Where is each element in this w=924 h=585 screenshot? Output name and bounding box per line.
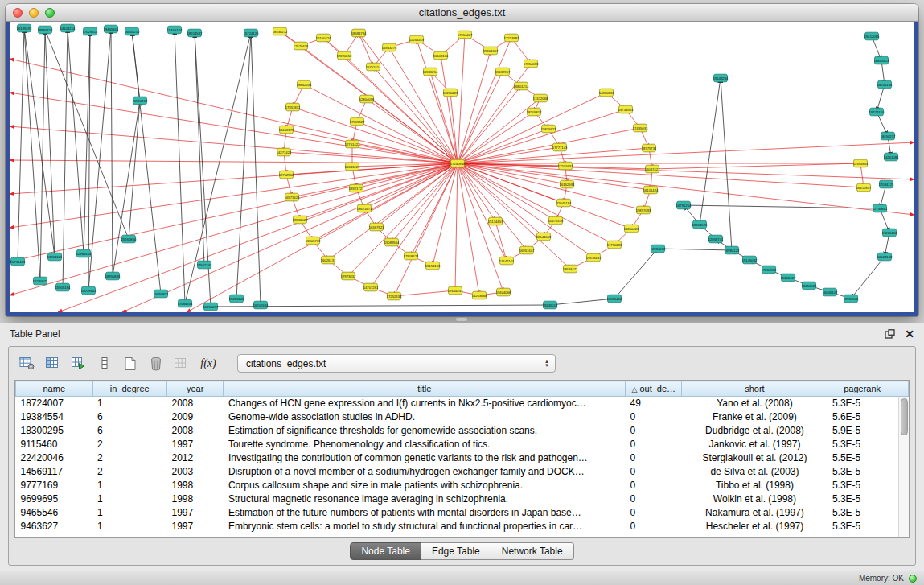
graph-node[interactable]: 11254419 [409,35,425,43]
graph-edge[interactable] [359,33,373,67]
graph-edge[interactable] [286,130,458,163]
graph-node[interactable]: 19321727 [349,184,364,192]
graph-edge[interactable] [550,299,614,305]
graph-node[interactable]: 10731453 [10,257,26,266]
table-settings-icon[interactable] [16,353,38,373]
close-panel-icon[interactable]: ✕ [905,329,914,339]
graph-node[interactable]: 19806713 [306,237,321,245]
graph-edge[interactable] [458,163,651,190]
cell-name[interactable]: 9115460 [16,438,93,451]
graph-node[interactable]: 16280871 [33,277,48,285]
show-columns-icon[interactable] [42,353,64,373]
table-row[interactable]: 946362711997Embryonic stem cells: a mode… [16,520,909,534]
cell-title[interactable]: Corpus callosum shape and size in male p… [224,479,626,492]
graph-node[interactable]: 18544059 [536,233,552,241]
graph-node[interactable]: 15724120 [244,29,259,37]
cell-out_degree[interactable]: 0 [626,479,682,492]
table-scrollbar[interactable] [898,397,909,537]
cell-pagerank[interactable]: 5.3E-5 [827,479,897,492]
graph-node[interactable]: 17084125 [879,180,894,188]
graph-edge[interactable] [24,28,40,281]
graph-node[interactable]: 18450217 [881,132,896,140]
graph-node[interactable]: 16367921 [369,223,384,231]
graph-node[interactable]: 17554407 [458,31,473,39]
graph-node[interactable]: 19861307 [483,47,499,55]
graph-node[interactable]: 17501243 [197,261,212,269]
graph-node[interactable]: 14604214 [60,24,76,32]
graph-node[interactable]: 18984712 [38,26,53,34]
close-window-button[interactable] [13,8,23,18]
import-table-icon[interactable] [68,353,89,373]
graph-node[interactable]: 14707261 [363,283,379,291]
cell-pagerank[interactable]: 5.3E-5 [827,397,897,410]
graph-node[interactable]: 17084534 [178,299,193,307]
cell-year[interactable]: 2008 [167,424,224,438]
graph-edge[interactable] [458,163,556,220]
graph-edge[interactable] [458,93,606,163]
cell-year[interactable]: 2003 [167,465,224,479]
graph-node[interactable]: 15405124 [167,26,183,34]
graph-node[interactable]: 18814520 [692,220,708,229]
cell-out_degree[interactable]: 0 [626,410,682,424]
graph-node[interactable]: 17642101 [499,257,515,265]
cell-name[interactable]: 9699695 [16,492,93,506]
cell-out_degree[interactable]: 0 [626,424,682,438]
minimize-window-button[interactable] [29,8,39,18]
graph-node[interactable]: 19245012 [543,301,558,309]
graph-node[interactable]: 22045184 [556,199,572,207]
graph-node[interactable]: 14850831 [599,89,614,97]
graph-node[interactable]: 16341225 [345,163,360,171]
table-row[interactable]: 1456911722003Disruption of a novel membe… [16,465,909,479]
cell-in_degree[interactable]: 1 [92,397,167,410]
float-panel-icon[interactable] [885,329,895,339]
graph-node[interactable]: 17210453 [882,229,897,237]
cell-title[interactable]: Genome-wide association studies in ADHD. [224,410,626,424]
graph-node[interactable]: 18205812 [527,108,542,116]
graph-node[interactable]: 16845107 [823,288,838,296]
graph-node[interactable]: 18621671 [357,204,372,212]
cell-out_degree[interactable]: 0 [626,492,682,506]
graph-node[interactable]: 17604453 [448,286,463,295]
cell-in_degree[interactable]: 2 [92,451,167,465]
graph-edge[interactable] [68,28,84,253]
cell-title[interactable]: Investigating the contribution of common… [224,451,626,465]
graph-node[interactable]: 17284950 [762,266,777,274]
cell-pagerank[interactable]: 5.3E-5 [827,438,897,451]
graph-node[interactable]: 16845210 [125,27,140,35]
graph-node[interactable]: 19412085 [864,32,880,40]
graph-edge[interactable] [18,28,24,262]
graph-node[interactable]: 18950845 [105,272,121,280]
graph-edge[interactable] [394,290,455,296]
cell-pagerank[interactable]: 5.6E-5 [827,410,897,424]
table-row[interactable]: 911546021997Tourette syndrome. Phenomeno… [16,438,909,451]
graph-node[interactable]: 16845913 [874,56,889,64]
graph-node[interactable]: 19154103 [425,262,441,270]
graph-node[interactable]: 20516212 [133,97,148,105]
cell-in_degree[interactable]: 6 [92,424,167,438]
table-row[interactable]: 1938455462009Genome-wide association stu… [16,410,909,424]
graph-node[interactable]: 16943278 [382,43,397,51]
graph-node[interactable]: 19145082 [742,256,758,264]
graph-edge[interactable] [658,249,732,250]
table-scrollbar-thumb[interactable] [901,398,908,435]
cell-title[interactable]: Changes of HCN gene expression and I(f) … [224,397,626,410]
graph-node[interactable]: 15905184 [55,283,71,291]
graph-node[interactable]: 16412857 [856,183,872,192]
cell-name[interactable]: 18724007 [16,397,93,410]
cell-in_degree[interactable]: 2 [92,465,167,479]
graph-edge[interactable] [684,205,880,208]
graph-edge[interactable] [458,163,570,269]
graph-node[interactable]: 19079541 [81,286,97,295]
table-row[interactable]: 969969511998Structural magnetic resonanc… [16,492,909,506]
cell-title[interactable]: Estimation of the future numbers of pati… [224,506,626,520]
graph-node[interactable]: 17240948 [450,159,466,167]
graph-edge[interactable] [122,163,458,312]
graph-edge[interactable] [458,112,534,163]
graph-node[interactable]: 15815621 [541,125,556,133]
cell-short[interactable]: Franke et al. (2009) [682,410,827,424]
graph-node[interactable]: 12520436 [294,42,309,50]
graph-node[interactable]: 19857093 [636,206,651,214]
cell-title[interactable]: Disruption of a novel member of a sodium… [224,465,626,479]
table-row[interactable]: 946554611997Estimation of the future num… [16,506,909,520]
graph-node[interactable]: 18204154 [877,80,893,89]
